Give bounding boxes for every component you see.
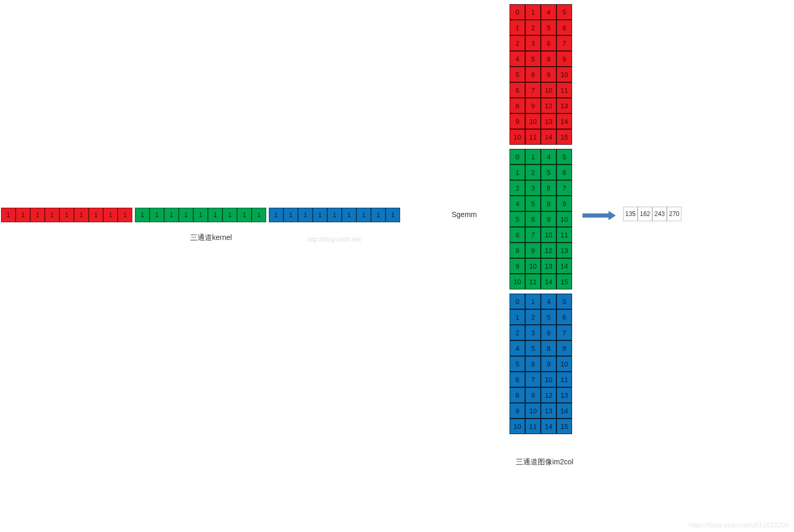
result-row: 135162243270 [623, 207, 681, 221]
im2col-cell: 15 [556, 129, 572, 145]
kernel-cell: 1 [237, 208, 252, 222]
im2col-row: 0145 [510, 149, 572, 164]
im2col-cell: 6 [510, 372, 525, 387]
im2col-cell: 10 [510, 419, 525, 434]
kernel-cell: 1 [103, 208, 118, 222]
im2col-cell: 7 [525, 372, 541, 387]
result-cell: 270 [667, 207, 681, 221]
im2col-cell: 5 [541, 164, 556, 180]
im2col-row: 1256 [510, 309, 572, 325]
kernel-cell: 1 [356, 208, 371, 222]
im2col-row: 56910 [510, 67, 572, 82]
im2col-cell: 5 [541, 20, 556, 35]
im2col-cell: 9 [556, 196, 572, 211]
im2col-cell: 6 [541, 325, 556, 340]
im2col-cell: 3 [525, 180, 541, 196]
im2col-cell: 6 [510, 227, 525, 243]
im2col-row: 671011 [510, 372, 572, 387]
im2col-cell: 15 [556, 274, 572, 289]
result-cell: 135 [623, 207, 638, 221]
im2col-row: 891213 [510, 98, 572, 113]
im2col-cell: 0 [510, 149, 525, 164]
sgemm-label: Sgemm [452, 210, 477, 219]
im2col-cell: 2 [510, 35, 525, 51]
im2col-cell: 6 [510, 82, 525, 98]
im2col-cell: 12 [541, 243, 556, 258]
im2col-row: 1256 [510, 20, 572, 35]
im2col-row: 10111415 [510, 274, 572, 289]
kernel-cell: 1 [269, 208, 283, 222]
im2col-cell: 8 [510, 243, 525, 258]
im2col-cell: 10 [525, 258, 541, 274]
kernel-cell: 1 [179, 208, 193, 222]
im2col-cell: 9 [541, 211, 556, 227]
im2col-cell: 1 [525, 294, 541, 309]
im2col-cell: 10 [541, 82, 556, 98]
im2col-cell: 7 [556, 180, 572, 196]
im2col-block-blue: 0145125623674589569106710118912139101314… [510, 294, 572, 434]
kernel-cell: 1 [252, 208, 266, 222]
kernel-cell: 1 [16, 208, 30, 222]
im2col-cell: 8 [510, 387, 525, 403]
im2col-cell: 13 [556, 243, 572, 258]
kernel-group-green: 111111111 [135, 208, 266, 222]
kernel-cell: 1 [193, 208, 208, 222]
im2col-row: 891213 [510, 387, 572, 403]
im2col-cell: 5 [525, 196, 541, 211]
im2col-cell: 5 [510, 211, 525, 227]
kernel-cell: 1 [118, 208, 132, 222]
im2col-row: 10111415 [510, 419, 572, 434]
im2col-row: 9101314 [510, 113, 572, 129]
im2col-cell: 9 [556, 51, 572, 67]
arrow-icon [582, 210, 616, 220]
im2col-row: 2367 [510, 35, 572, 51]
im2col-cell: 14 [541, 129, 556, 145]
kernel-cell: 1 [59, 208, 74, 222]
kernel-cell: 1 [135, 208, 150, 222]
im2col-cell: 5 [556, 4, 572, 20]
im2col-cell: 9 [525, 98, 541, 113]
im2col-row: 56910 [510, 211, 572, 227]
kernel-cell: 1 [89, 208, 103, 222]
im2col-cell: 2 [525, 20, 541, 35]
im2col-cell: 12 [541, 387, 556, 403]
im2col-cell: 9 [541, 67, 556, 82]
im2col-cell: 6 [556, 20, 572, 35]
im2col-cell: 3 [525, 325, 541, 340]
im2col-row: 2367 [510, 180, 572, 196]
result-cell: 243 [652, 207, 667, 221]
im2col-cell: 8 [541, 196, 556, 211]
im2col-row: 0145 [510, 294, 572, 309]
im2col-cell: 6 [556, 164, 572, 180]
im2col-cell: 9 [556, 340, 572, 356]
im2col-cell: 9 [525, 387, 541, 403]
im2col-cell: 14 [556, 113, 572, 129]
kernel-cell: 1 [1, 208, 16, 222]
im2col-cell: 14 [541, 274, 556, 289]
im2col-cell: 7 [556, 325, 572, 340]
im2col-cell: 8 [541, 340, 556, 356]
kernel-cell: 1 [150, 208, 164, 222]
im2col-cell: 8 [510, 98, 525, 113]
im2col-block-red: 0145125623674589569106710118912139101314… [510, 4, 572, 145]
watermark-center: http://blog.csdn.net/ [307, 236, 362, 243]
kernel-cell: 1 [208, 208, 222, 222]
im2col-cell: 10 [541, 372, 556, 387]
im2col-cell: 1 [525, 149, 541, 164]
kernel-cell: 1 [74, 208, 89, 222]
im2col-cell: 1 [525, 4, 541, 20]
result-cell: 162 [638, 207, 652, 221]
im2col-cell: 4 [510, 340, 525, 356]
im2col-row: 9101314 [510, 403, 572, 419]
kernel-cell: 1 [283, 208, 298, 222]
im2col-cell: 10 [556, 211, 572, 227]
im2col-cell: 5 [510, 67, 525, 82]
im2col-cell: 14 [556, 403, 572, 419]
kernel-group-red: 111111111 [1, 208, 132, 222]
im2col-cell: 13 [541, 403, 556, 419]
im2col-cell: 4 [541, 149, 556, 164]
im2col-cell: 2 [525, 309, 541, 325]
im2col-cell: 1 [510, 20, 525, 35]
kernel-cell: 1 [222, 208, 237, 222]
im2col-cell: 6 [541, 35, 556, 51]
